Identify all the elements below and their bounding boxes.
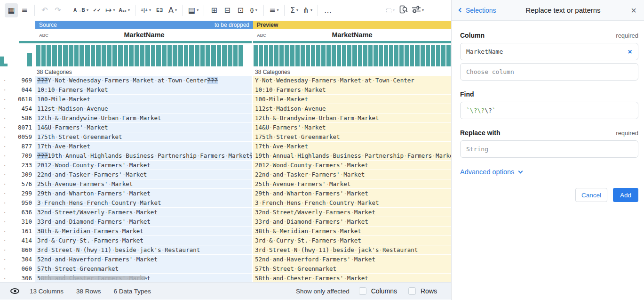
preview-cell[interactable]: 58th·and·Chester·Farmers'·Market [253, 274, 451, 282]
format-text-button[interactable]: A▾ [166, 3, 179, 17]
close-icon[interactable]: × [630, 6, 637, 15]
numeric-cell[interactable]: 950 [9, 198, 35, 208]
source-cell[interactable]: 3rd·&·Curry·St.·Farmers·Market [35, 236, 252, 245]
more-options-button[interactable]: … [321, 3, 334, 17]
numeric-cell[interactable]: 969 [9, 76, 35, 85]
source-histogram-bar[interactable] [222, 45, 227, 66]
source-histogram-bar[interactable] [189, 45, 194, 66]
preview-histogram-bar[interactable] [426, 45, 430, 66]
columns-checkbox[interactable] [359, 287, 366, 295]
source-histogram-bar[interactable] [41, 45, 46, 66]
source-histogram-bar[interactable] [135, 45, 139, 66]
preview-histogram-bar[interactable] [295, 45, 300, 66]
preview-cell[interactable]: 52nd·and·Haverford·Farmers'·Market [253, 255, 451, 264]
source-histogram-bar[interactable] [156, 45, 161, 66]
preview-histogram-bar[interactable] [264, 45, 268, 66]
source-histogram-bar[interactable] [52, 45, 57, 66]
row-marker[interactable]: · [0, 227, 9, 236]
numeric-cell[interactable]: 454 [9, 104, 35, 114]
add-button[interactable]: Add [613, 188, 638, 202]
row-marker[interactable]: · [0, 123, 9, 132]
source-cell[interactable]: 33rd·and·Diamond·Farmers'·Market [35, 217, 252, 227]
source-cell[interactable]: 14&U·Farmers'·Market [35, 123, 252, 132]
source-histogram-bar[interactable] [102, 45, 106, 66]
preview-cell[interactable]: 25th·Avenue·Farmers'·Market [253, 179, 451, 189]
preview-histogram-bar[interactable] [311, 45, 315, 66]
preview-histogram-bar[interactable] [441, 45, 445, 66]
source-cell[interactable]: 3rd·Street·N·(hwy·11)·beside·jack's·Rest… [35, 245, 252, 255]
preview-histogram-bar[interactable] [274, 45, 278, 66]
eye-icon[interactable] [10, 288, 19, 294]
preview-histogram-bar[interactable] [332, 45, 336, 66]
row-marker[interactable]: · [0, 114, 9, 123]
rows-checkbox[interactable] [408, 287, 416, 295]
advanced-options-toggle[interactable]: Advanced options [460, 168, 638, 176]
source-histogram-bar[interactable] [36, 45, 40, 66]
source-histogram-bar[interactable] [63, 45, 68, 66]
preview-histogram-bar[interactable] [285, 45, 289, 66]
unpivot-button[interactable]: ⊟ [221, 3, 234, 17]
split-column-button[interactable]: +|+▾ [139, 3, 153, 17]
preview-histogram-bar[interactable] [352, 45, 357, 66]
numeric-cell[interactable]: 8071 [9, 123, 35, 132]
preview-histogram-bar[interactable] [321, 45, 326, 66]
row-marker[interactable]: · [0, 76, 9, 85]
source-histogram-bar[interactable] [151, 45, 156, 66]
row-marker[interactable]: · [0, 236, 9, 245]
clear-column-icon[interactable]: × [628, 47, 632, 56]
source-histogram-bar[interactable] [96, 45, 101, 66]
join-button[interactable]: ⋔▾ [301, 3, 314, 17]
source-cell[interactable]: 2012·Wood·County·Farmers'·Market [35, 161, 252, 170]
preview-histogram-bar[interactable] [374, 45, 378, 66]
source-histogram-bar[interactable] [80, 45, 84, 66]
preview-cell[interactable]: Y·Not·Wednesday·Farmers·Market·at·Town·C… [253, 76, 451, 85]
preview-histogram-bar[interactable] [337, 45, 341, 66]
source-histogram-bar[interactable] [167, 45, 172, 66]
preview-histogram-bar[interactable] [259, 45, 263, 66]
source-histogram-bar[interactable] [47, 45, 51, 66]
preview-histogram-bar[interactable] [405, 45, 409, 66]
source-histogram-bar[interactable] [145, 45, 150, 66]
source-histogram-bar[interactable] [184, 45, 189, 66]
merge-columns-button[interactable]: E∃ [153, 3, 166, 17]
source-histogram-bar[interactable] [217, 45, 222, 66]
source-histogram-bar[interactable] [107, 45, 112, 66]
numeric-cell[interactable]: 0618 [9, 95, 35, 104]
source-cell[interactable]: 175th·Street·Greenmarket [35, 132, 252, 142]
source-histogram-bar[interactable] [211, 45, 216, 66]
row-marker[interactable]: · [0, 264, 9, 274]
preview-cell[interactable]: 2012·Wood·County·Farmers'·Market [253, 161, 451, 170]
source-histogram-bar[interactable] [239, 45, 243, 66]
numeric-cell[interactable]: 576 [9, 179, 35, 189]
preview-cell[interactable]: 19th·Annual·Highlands·Business·Partnersh… [253, 151, 451, 161]
source-cell[interactable]: 22nd·and·Tasker·Farmers'·Market [35, 170, 252, 179]
source-histogram-bar[interactable] [162, 45, 167, 66]
source-histogram-bar[interactable] [112, 45, 117, 66]
numeric-cell[interactable]: 044 [9, 85, 35, 95]
source-histogram-bar[interactable] [228, 45, 232, 66]
preview-cell[interactable]: 22nd·and·Tasker·Farmers'·Market [253, 170, 451, 179]
row-marker[interactable]: · [0, 255, 9, 264]
numeric-cell[interactable]: 306 [9, 274, 35, 282]
row-marker[interactable]: · [0, 245, 9, 255]
preview-histogram-bar[interactable] [389, 45, 393, 66]
source-cell[interactable]: 100-Mile·Market [35, 95, 252, 104]
find-input[interactable]: `\?\?\?` [460, 102, 638, 119]
source-histogram-bar[interactable] [200, 45, 205, 66]
source-cell[interactable]: 38th·&·Meridian·Farmers·Market [35, 227, 252, 236]
preview-histogram-bar[interactable] [363, 45, 367, 66]
source-histogram[interactable] [35, 43, 252, 68]
table-rows-button[interactable]: ▤▾ [186, 3, 200, 17]
source-histogram-bar[interactable] [124, 45, 128, 66]
preview-histogram-bar[interactable] [342, 45, 346, 66]
source-cell[interactable]: 32nd·Street/Waverly·Farmers·Market [35, 208, 252, 217]
numeric-cell[interactable]: 414 [9, 236, 35, 245]
source-cell[interactable]: 29th·and·Wharton·Farmers'·Market [35, 189, 252, 198]
row-marker[interactable]: · [0, 208, 9, 217]
source-histogram-bar[interactable] [173, 45, 177, 66]
source-histogram-bar[interactable] [91, 45, 95, 66]
preview-histogram-bar[interactable] [326, 45, 331, 66]
source-cell[interactable]: ???Y·Not·Wednesday·Farmers·Market·at·Tow… [35, 76, 252, 85]
row-marker[interactable]: · [0, 104, 9, 114]
left-histogram-bar[interactable] [27, 53, 32, 66]
